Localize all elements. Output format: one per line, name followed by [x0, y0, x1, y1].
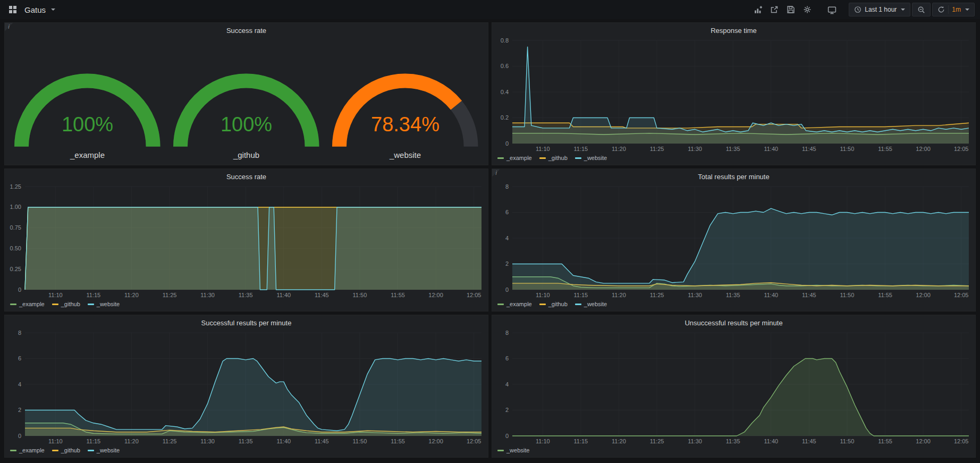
dashboard-settings-button[interactable] — [800, 3, 815, 16]
x-axis-label: 11:30 — [688, 146, 702, 152]
legend-item-_example[interactable]: _example — [497, 155, 532, 161]
panel-title[interactable]: Successful results per minute — [5, 315, 488, 329]
legend-swatch-icon — [88, 304, 94, 305]
x-axis-label: 11:35 — [726, 146, 740, 152]
zoom-out-icon — [917, 6, 925, 14]
y-axis-label: 0.4 — [501, 89, 509, 95]
x-axis-label: 11:20 — [612, 292, 626, 298]
panel-title[interactable]: Success rate — [5, 23, 488, 36]
refresh-caret-icon[interactable] — [965, 9, 969, 11]
y-axis-label: 0.25 — [10, 266, 21, 272]
legend-label: _website — [584, 155, 607, 161]
legend-swatch-icon — [497, 450, 504, 451]
save-dashboard-button[interactable] — [783, 3, 798, 16]
legend-label: _website — [97, 301, 120, 307]
total-results-chart[interactable]: 0246811:1011:1511:2011:2511:3011:3511:40… — [492, 182, 975, 299]
legend-item-_website[interactable]: _website — [88, 301, 120, 307]
panel-total-results: Total results per minute 0246811:1011:15… — [492, 169, 976, 312]
y-axis-label: 1.00 — [10, 204, 21, 210]
x-axis-label: 11:55 — [878, 292, 892, 298]
x-axis-label: 11:40 — [764, 146, 778, 152]
panel-successful-results: Successful results per minute 0246811:10… — [4, 315, 488, 458]
panel-info-icon[interactable] — [492, 169, 500, 177]
x-axis-label: 11:25 — [163, 292, 177, 298]
x-axis-label: 11:25 — [650, 292, 664, 298]
legend-label: _example — [19, 447, 45, 453]
legend-swatch-icon — [88, 450, 94, 451]
add-panel-button[interactable] — [750, 3, 765, 16]
chart-area: 0246811:1011:1511:2011:2511:3011:3511:40… — [492, 182, 975, 299]
x-axis-label: 11:45 — [802, 438, 816, 444]
panel-title[interactable]: Unsuccessful results per minute — [492, 315, 975, 329]
legend-item-_github[interactable]: _github — [52, 301, 80, 307]
dashboard-title[interactable]: Gatus — [24, 5, 46, 14]
x-axis-label: 12:05 — [954, 146, 969, 152]
legend-item-_website[interactable]: _website — [575, 301, 607, 307]
x-axis-label: 12:00 — [916, 146, 931, 152]
legend-label: _github — [548, 155, 568, 161]
share-dashboard-button[interactable] — [767, 3, 782, 16]
response-time-chart[interactable]: 00.20.40.60.811:1011:1511:2011:2511:3011… — [492, 36, 975, 153]
x-axis-label: 11:30 — [200, 438, 215, 444]
legend-swatch-icon — [539, 157, 546, 159]
zoom-out-time-button[interactable] — [912, 3, 931, 16]
unsuccessful-results-chart[interactable]: 0246811:1011:1511:2011:2511:3011:3511:40… — [492, 329, 975, 445]
legend-swatch-icon — [10, 450, 16, 451]
chart-legend: _example_github_website — [5, 299, 488, 311]
panel-title[interactable]: Success rate — [5, 169, 488, 182]
legend-item-_github[interactable]: _github — [539, 301, 568, 307]
legend-label: _github — [61, 447, 80, 453]
y-axis-label: 8 — [18, 330, 21, 336]
legend-item-_website[interactable]: _website — [575, 155, 607, 161]
legend-swatch-icon — [52, 304, 58, 305]
time-range-picker[interactable]: Last 1 hour — [849, 3, 910, 16]
legend-item-_example[interactable]: _example — [10, 301, 45, 307]
dashboards-grid-icon[interactable] — [5, 3, 20, 16]
x-axis-label: 11:50 — [353, 438, 367, 444]
chart-legend: _website — [492, 445, 975, 457]
legend-item-_website[interactable]: _website — [88, 447, 120, 453]
x-axis-label: 11:55 — [878, 146, 892, 152]
legend-swatch-icon — [10, 304, 16, 305]
panel-success-rate-graph: Success rate 00.250.500.751.001.2511:101… — [4, 169, 488, 312]
x-axis-label: 11:30 — [200, 292, 215, 298]
legend-item-_example[interactable]: _example — [10, 447, 45, 453]
x-axis-label: 11:10 — [536, 292, 550, 298]
gauge-value: 78.34% — [330, 113, 480, 136]
successful-results-chart[interactable]: 0246811:1011:1511:2011:2511:3011:3511:40… — [5, 329, 488, 445]
chart-legend: _example_github_website — [492, 299, 975, 311]
y-axis-label: 0.50 — [10, 245, 21, 251]
y-axis-label: 6 — [505, 355, 509, 361]
dashboard-grid: Success rate 100% _example 100% _github … — [0, 19, 980, 461]
legend-item-_website[interactable]: _website — [497, 447, 529, 453]
legend-item-_github[interactable]: _github — [539, 155, 568, 161]
legend-item-_example[interactable]: _example — [497, 301, 532, 307]
x-axis-label: 11:10 — [536, 146, 550, 152]
x-axis-label: 11:55 — [878, 438, 892, 444]
panel-info-icon[interactable] — [5, 23, 13, 31]
chart-area: 00.250.500.751.001.2511:1011:1511:2011:2… — [5, 182, 488, 299]
legend-item-_github[interactable]: _github — [52, 447, 80, 453]
panel-title[interactable]: Response time — [492, 23, 975, 36]
panel-title[interactable]: Total results per minute — [492, 169, 975, 182]
x-axis-label: 11:35 — [726, 292, 740, 298]
x-axis-label: 11:10 — [48, 292, 63, 298]
refresh-icon — [937, 6, 945, 13]
x-axis-label: 11:35 — [239, 438, 253, 444]
x-axis-label: 11:25 — [163, 438, 177, 444]
x-axis-label: 11:40 — [764, 438, 778, 444]
y-axis-label: 0.6 — [501, 63, 509, 69]
cycle-view-mode-button[interactable] — [824, 3, 839, 16]
legend-swatch-icon — [575, 157, 581, 159]
x-axis-label: 11:35 — [239, 292, 253, 298]
chart-area: 0246811:1011:1511:2011:2511:3011:3511:40… — [5, 329, 488, 445]
dashboard-title-caret-icon[interactable] — [51, 9, 55, 11]
x-axis-label: 11:10 — [48, 438, 63, 444]
success-rate-chart[interactable]: 00.250.500.751.001.2511:1011:1511:2011:2… — [5, 182, 488, 299]
y-axis-label: 6 — [18, 355, 21, 361]
y-axis-label: 2 — [505, 260, 509, 267]
refresh-interval-label[interactable]: 1m — [952, 6, 961, 13]
legend-swatch-icon — [497, 304, 504, 305]
refresh-picker[interactable]: 1m — [932, 3, 975, 16]
y-axis-label: 0.75 — [10, 224, 21, 231]
